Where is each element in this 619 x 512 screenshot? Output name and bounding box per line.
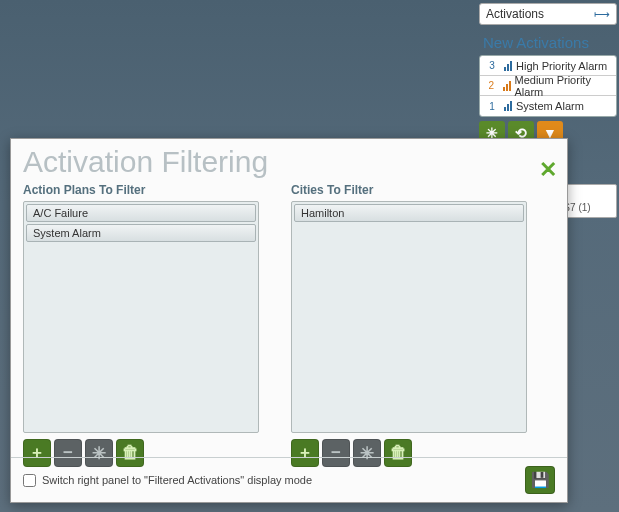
action-plans-column: Action Plans To Filter A/C Failure Syste…: [23, 183, 279, 467]
alarm-row-system[interactable]: 1 System Alarm: [480, 96, 616, 116]
alarm-count: 2: [484, 80, 499, 91]
close-icon: ✕: [539, 157, 557, 182]
action-plans-title: Action Plans To Filter: [23, 183, 279, 197]
cities-list[interactable]: Hamilton: [291, 201, 527, 433]
dialog-footer: Switch right panel to "Filtered Activati…: [11, 457, 567, 502]
panel-header-title: Activations: [486, 7, 544, 21]
list-item[interactable]: A/C Failure: [26, 204, 256, 222]
list-item[interactable]: Hamilton: [294, 204, 524, 222]
switch-display-mode-checkbox[interactable]: Switch right panel to "Filtered Activati…: [23, 474, 312, 487]
alarm-count: 1: [484, 101, 500, 112]
cities-column: Cities To Filter Hamilton + − ✳ 🗑: [291, 183, 547, 467]
alarm-row-medium[interactable]: 2 Medium Priority Alarm: [480, 76, 616, 96]
alarm-list: 3 High Priority Alarm 2 Medium Priority …: [479, 55, 617, 117]
save-button[interactable]: 💾: [525, 466, 555, 494]
alarm-label: Medium Priority Alarm: [515, 74, 613, 98]
panel-header[interactable]: Activations ⟼: [479, 3, 617, 25]
alarm-label: High Priority Alarm: [516, 60, 607, 72]
alarm-count: 3: [484, 60, 500, 71]
signal-icon: [504, 101, 512, 111]
checkbox-label: Switch right panel to "Filtered Activati…: [42, 474, 312, 486]
new-activations-title: New Activations: [479, 28, 617, 55]
activation-filtering-dialog: Activation Filtering ✕ Action Plans To F…: [10, 138, 568, 503]
signal-icon: [504, 61, 512, 71]
cities-title: Cities To Filter: [291, 183, 547, 197]
signal-icon: [503, 81, 511, 91]
checkbox-input[interactable]: [23, 474, 36, 487]
dialog-title: Activation Filtering: [11, 139, 567, 179]
pin-icon[interactable]: ⟼: [594, 8, 610, 21]
save-icon: 💾: [531, 471, 550, 489]
list-item[interactable]: System Alarm: [26, 224, 256, 242]
close-button[interactable]: ✕: [539, 157, 557, 183]
alarm-label: System Alarm: [516, 100, 584, 112]
action-plans-list[interactable]: A/C Failure System Alarm: [23, 201, 259, 433]
